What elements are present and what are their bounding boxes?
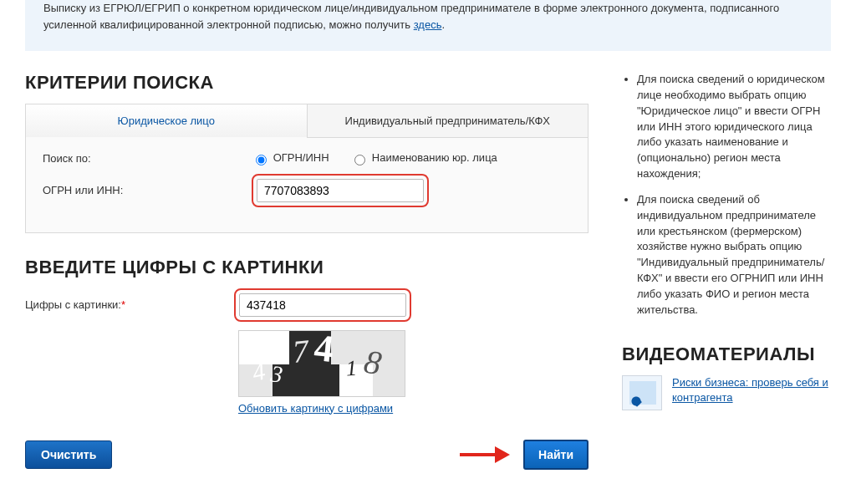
radio-by-name-wrap[interactable]: Наименованию юр. лица: [350, 151, 497, 164]
captcha-digit: 3: [269, 360, 284, 389]
radio-ogrn-inn[interactable]: [256, 155, 267, 165]
tabs: Юридическое лицо Индивидуальный предприн…: [26, 104, 588, 138]
captcha-digit: 1: [345, 355, 358, 381]
find-button[interactable]: Найти: [523, 440, 588, 470]
highlight-ogrn: [252, 174, 429, 207]
clear-button[interactable]: Очистить: [25, 440, 112, 469]
help-item: Для поиска сведений об индивидуальном пр…: [637, 192, 831, 318]
arrow-right-icon: [460, 446, 512, 463]
label-captcha: Цифры с картинки:*: [25, 298, 234, 311]
heading-captcha: ВВЕДИТЕ ЦИФРЫ С КАРТИНКИ: [25, 257, 588, 278]
captcha-digit: 7: [291, 332, 310, 370]
heading-video: ВИДЕОМАТЕРИАЛЫ: [622, 344, 831, 365]
radio-by-name[interactable]: [354, 155, 365, 165]
notice-link[interactable]: здесь: [414, 18, 442, 31]
label-ogrn-inn: ОГРН или ИНН:: [43, 184, 252, 196]
notice-banner: Выписку из ЕГРЮЛ/ЕГРИП о конкретном юрид…: [25, 0, 831, 51]
notice-text-after: .: [441, 18, 445, 31]
captcha-refresh-link[interactable]: Обновить картинку с цифрами: [238, 402, 393, 415]
captcha-image: 4 3 7 4 1 8: [238, 330, 405, 397]
video-item: Риски бизнеса: проверь себя и контрагент…: [622, 375, 831, 410]
help-item: Для поиска сведений о юридическом лице н…: [637, 72, 831, 182]
video-link[interactable]: Риски бизнеса: проверь себя и контрагент…: [672, 375, 831, 405]
ogrn-inn-input[interactable]: [257, 179, 424, 202]
captcha-digit: 8: [361, 341, 385, 383]
help-list: Для поиска сведений о юридическом лице н…: [622, 72, 831, 318]
tab-individual[interactable]: Индивидуальный предприниматель/КФХ: [307, 104, 588, 138]
radio-by-name-label: Наименованию юр. лица: [372, 151, 497, 164]
notice-text-before: Выписку из ЕГРЮЛ/ЕГРИП о конкретном юрид…: [43, 2, 779, 31]
video-thumb-icon: [622, 375, 662, 410]
heading-criteria: КРИТЕРИИ ПОИСКА: [25, 72, 588, 94]
captcha-digit: 4: [250, 356, 268, 386]
radio-ogrn-inn-label: ОГРН/ИНН: [273, 151, 329, 164]
required-star: *: [121, 298, 125, 311]
radio-ogrn-inn-wrap[interactable]: ОГРН/ИНН: [252, 151, 332, 164]
highlight-captcha: [234, 288, 411, 322]
captcha-digit: 4: [312, 325, 335, 371]
captcha-input[interactable]: [239, 293, 406, 317]
label-captcha-text: Цифры с картинки:: [25, 298, 121, 311]
label-search-by: Поиск по:: [43, 152, 252, 165]
search-card: Юридическое лицо Индивидуальный предприн…: [25, 104, 588, 233]
tab-legal-entity[interactable]: Юридическое лицо: [26, 104, 307, 138]
